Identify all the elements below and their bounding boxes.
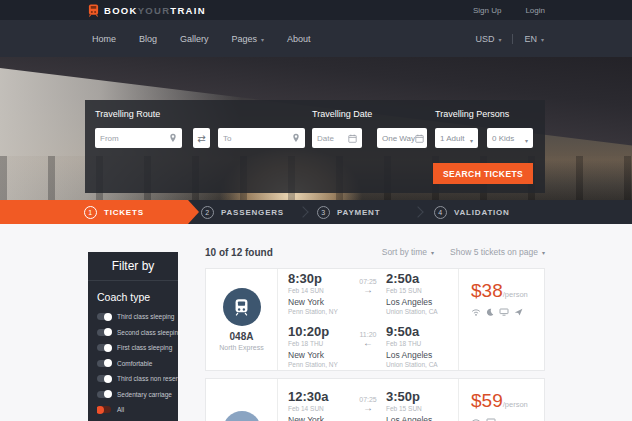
step-label: PASSENGERS	[221, 208, 284, 217]
show-per-page-select[interactable]: Show 5 tickets on page	[450, 247, 545, 257]
to-field[interactable]	[218, 128, 305, 148]
price-value: $59	[471, 390, 503, 411]
price-cell: $59/person	[458, 379, 544, 421]
toggle-switch[interactable]	[97, 375, 111, 382]
results-count: 10 of 12 found	[205, 247, 273, 258]
departure-date: Feb 14 SUN	[288, 405, 350, 412]
trip-type-value: One Way	[382, 134, 415, 143]
filter-option-second-sleeping[interactable]: Second class sleeping	[97, 325, 178, 341]
route-label: Travelling Route	[95, 109, 160, 119]
filter-option-all[interactable]: All	[97, 402, 178, 418]
toggle-switch[interactable]	[97, 344, 111, 351]
coach-type-heading: Coach type	[97, 291, 178, 303]
kids-select[interactable]: 0 Kids	[487, 128, 533, 148]
filter-option-label: First class sleeping	[117, 344, 172, 351]
arrival-city: Los Angeles	[386, 297, 448, 307]
location-pin-icon	[169, 133, 177, 143]
step-passengers[interactable]: 2PASSENGERS	[201, 200, 284, 224]
logo[interactable]: BOOKYOURTRAIN	[88, 4, 206, 17]
logo-text: BOOKYOURTRAIN	[104, 5, 206, 16]
departure-date: Feb 18 THU	[288, 340, 350, 347]
train-cell: 048A North Express	[206, 269, 278, 370]
filter-sidebar: Filter by Coach type Third class sleepin…	[88, 252, 178, 421]
chevron-down-icon	[525, 129, 528, 147]
toggle-switch[interactable]	[97, 329, 111, 336]
adults-value: 1 Adult	[440, 134, 464, 143]
step-label: VALIDATION	[454, 208, 510, 217]
from-input[interactable]	[100, 134, 169, 143]
step-tickets[interactable]: 1TICKETS	[84, 200, 144, 224]
language-select[interactable]: EN	[524, 34, 544, 44]
filter-option-non-reserved[interactable]: Third class non reserved	[97, 371, 178, 387]
nav-item-blog[interactable]: Blog	[139, 34, 157, 44]
nav-item-home[interactable]: Home	[92, 34, 116, 44]
adults-select[interactable]: 1 Adult	[435, 128, 478, 148]
toggle-switch[interactable]	[97, 360, 111, 367]
calendar-icon	[415, 134, 424, 143]
departure-date: Feb 14 SUN	[288, 287, 350, 294]
train-logo-icon	[88, 4, 99, 17]
step-validation[interactable]: 4VALIDATION	[434, 200, 510, 224]
tv-icon	[499, 308, 509, 316]
results-area: 10 of 12 found Sort by time Show 5 ticke…	[205, 246, 545, 421]
language-value: EN	[524, 34, 537, 44]
currency-select[interactable]: USD	[475, 34, 501, 44]
arrival-city: Los Angeles	[386, 350, 448, 360]
filter-option-third-sleeping[interactable]: Third class sleeping	[97, 309, 178, 325]
from-field[interactable]	[95, 128, 182, 148]
nav-item-pages-label: Pages	[232, 34, 258, 44]
filter-option-sedentary[interactable]: Sedentary carriage	[97, 387, 178, 403]
direction-arrow-icon: →	[350, 285, 386, 294]
trip-leg: 12:30a Feb 14 SUN New York Penn Station,…	[288, 389, 448, 421]
filter-option-label: All	[117, 406, 124, 413]
to-input[interactable]	[223, 134, 292, 143]
chevron-right-icon	[412, 206, 423, 217]
search-panel: Travelling Route Travelling Date Travell…	[85, 100, 545, 193]
ticket-card[interactable]: 048A North Express 8:30p Feb 14 SUN New …	[205, 268, 545, 371]
departure-time: 12:30a	[288, 389, 350, 404]
swap-route-button[interactable]	[193, 128, 210, 148]
step-payment[interactable]: 3PAYMENT	[317, 200, 380, 224]
date-input[interactable]	[317, 134, 348, 143]
date-field[interactable]	[312, 128, 362, 148]
ticket-card[interactable]: 12:30a Feb 14 SUN New York Penn Station,…	[205, 378, 545, 421]
nav-item-about[interactable]: About	[287, 34, 311, 44]
date-label: Travelling Date	[312, 109, 372, 119]
calendar-icon	[348, 134, 357, 143]
toggle-switch[interactable]	[97, 406, 111, 413]
search-tickets-button[interactable]: SEARCH TICKETS	[433, 163, 533, 184]
trip-legs: 8:30p Feb 14 SUN New York Penn Station, …	[278, 269, 458, 370]
step-number: 2	[201, 206, 214, 219]
main-nav: Home Blog Gallery Pages About USD EN	[0, 20, 632, 57]
filter-option-comfortable[interactable]: Comfortable	[97, 356, 178, 372]
toggle-switch[interactable]	[97, 313, 111, 320]
currency-value: USD	[475, 34, 494, 44]
hero-image: Travelling Route Travelling Date Travell…	[0, 57, 632, 200]
filter-option-label: Third class non reserved	[117, 375, 178, 382]
departure-time: 8:30p	[288, 271, 350, 286]
arrival-station: Union Station, CA	[386, 308, 448, 315]
signup-link[interactable]: Sign Up	[473, 6, 501, 15]
chevron-down-icon	[542, 247, 545, 257]
location-pin-icon	[292, 133, 300, 143]
filter-option-first-sleeping[interactable]: First class sleeping	[97, 340, 178, 356]
login-link[interactable]: Login	[525, 6, 545, 15]
nav-item-gallery[interactable]: Gallery	[180, 34, 209, 44]
arrival-time: 9:50a	[386, 324, 448, 339]
sort-by-label: Sort by time	[382, 247, 427, 257]
arrival-date: Feb 15 SUN	[386, 287, 448, 294]
trip-legs: 12:30a Feb 14 SUN New York Penn Station,…	[278, 379, 458, 421]
sort-by-select[interactable]: Sort by time	[382, 247, 434, 257]
nav-item-pages[interactable]: Pages	[232, 34, 265, 44]
step-number: 1	[84, 206, 97, 219]
direction-arrow-icon: →	[350, 403, 386, 412]
step-label: TICKETS	[104, 208, 144, 217]
price-cell: $38/person	[458, 269, 544, 370]
arrival-time: 3:50p	[386, 389, 448, 404]
toggle-switch[interactable]	[97, 391, 111, 398]
chevron-down-icon	[431, 247, 434, 257]
arrival-date: Feb 15 SUN	[386, 405, 448, 412]
trip-type-select[interactable]: One Way	[377, 128, 427, 148]
divider	[512, 34, 513, 44]
step-number: 3	[317, 206, 330, 219]
